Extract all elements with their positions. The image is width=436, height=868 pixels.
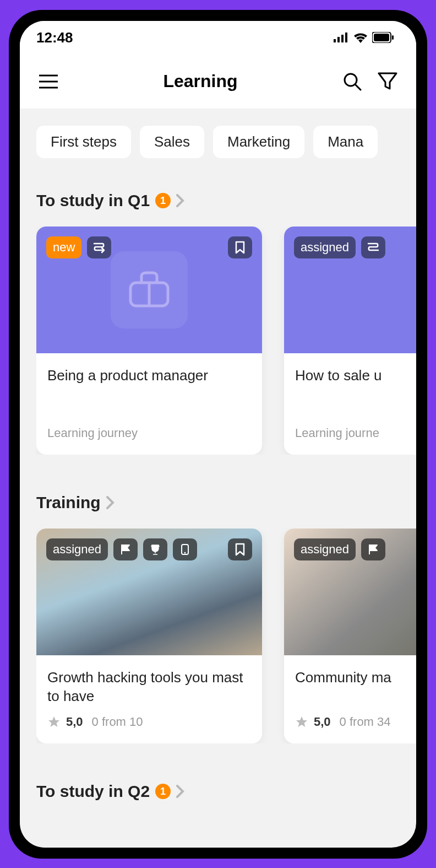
- content-area: First steps Sales Marketing Mana To stud…: [20, 109, 416, 834]
- section-header-q1[interactable]: To study in Q1 1: [36, 191, 416, 210]
- card-body: How to sale u Learning journe: [284, 353, 416, 455]
- card-cover: new: [36, 227, 262, 353]
- page-title: Learning: [61, 71, 340, 91]
- badge-assigned: assigned: [294, 236, 356, 258]
- trophy-badge: [143, 538, 167, 560]
- bookmark-button[interactable]: [228, 236, 252, 258]
- training-card[interactable]: assigned: [36, 529, 262, 743]
- status-time: 12:48: [36, 29, 73, 46]
- card-meta: 5,0 0 from 34: [295, 715, 416, 729]
- chip-management[interactable]: Mana: [313, 126, 378, 158]
- section-title-training: Training: [36, 493, 101, 512]
- battery-icon: [372, 32, 394, 43]
- svg-rect-3: [345, 33, 347, 42]
- svg-rect-1: [337, 37, 340, 42]
- status-icons: [334, 32, 394, 43]
- nav-bar: Learning: [20, 54, 416, 109]
- filter-icon: [378, 72, 397, 91]
- chip-first-steps[interactable]: First steps: [36, 126, 131, 158]
- trophy-icon: [149, 543, 161, 556]
- device-screen: 12:48 Learning: [20, 21, 416, 848]
- svg-point-10: [345, 74, 357, 86]
- card-row-q1[interactable]: new: [36, 227, 416, 455]
- svg-rect-6: [392, 35, 394, 40]
- flag-badge: [113, 538, 138, 560]
- course-card[interactable]: new: [36, 227, 262, 455]
- device-frame: 12:48 Learning: [9, 10, 427, 859]
- bookmark-icon: [235, 543, 245, 556]
- training-card[interactable]: assigned Community ma 5,0 0 from 34: [284, 529, 416, 743]
- card-cover: assigned: [36, 529, 262, 655]
- badge-count-q2: 1: [155, 784, 171, 799]
- section-header-training[interactable]: Training: [36, 493, 416, 512]
- chevron-right-icon: [176, 785, 185, 798]
- svg-line-11: [356, 85, 361, 90]
- path-icon: [92, 241, 106, 254]
- cover-illustration: [111, 251, 188, 328]
- badge-new: new: [46, 236, 81, 258]
- star-icon: [295, 715, 308, 729]
- cellular-icon: [334, 33, 349, 42]
- section-header-q2[interactable]: To study in Q2 1: [36, 782, 416, 801]
- status-bar: 12:48: [20, 21, 416, 54]
- filter-button[interactable]: [375, 69, 400, 94]
- section-title-q2: To study in Q2: [36, 782, 150, 801]
- svg-rect-2: [341, 35, 344, 42]
- badge-assigned: assigned: [46, 538, 108, 560]
- course-card[interactable]: assigned How to sale u Learning journe: [284, 227, 416, 455]
- flag-icon: [120, 543, 131, 556]
- chip-sales[interactable]: Sales: [140, 126, 204, 158]
- card-body: Community ma 5,0 0 from 34: [284, 655, 416, 743]
- card-title: Growth hacking tools you mast to have: [47, 668, 251, 706]
- hamburger-icon: [39, 74, 58, 89]
- card-title: Being a product manager: [47, 366, 251, 404]
- badge-count-q1: 1: [155, 193, 171, 208]
- card-subtitle: Learning journe: [295, 426, 416, 440]
- svg-rect-5: [374, 34, 389, 41]
- category-chips[interactable]: First steps Sales Marketing Mana: [36, 126, 416, 158]
- badge-assigned: assigned: [294, 538, 356, 560]
- rating-value: 5,0: [314, 715, 331, 729]
- mobile-icon: [181, 543, 189, 556]
- bookmark-button[interactable]: [228, 538, 252, 560]
- chevron-right-icon: [106, 496, 115, 509]
- progress-text: 0 from 10: [92, 715, 143, 729]
- card-cover: assigned: [284, 227, 416, 353]
- star-icon: [47, 715, 61, 729]
- rating-value: 5,0: [66, 715, 83, 729]
- journey-icon-badge: [361, 236, 385, 258]
- card-body: Being a product manager Learning journey: [36, 353, 262, 455]
- svg-rect-0: [334, 39, 336, 42]
- journey-icon-badge: [87, 236, 111, 258]
- menu-button[interactable]: [36, 69, 61, 94]
- chevron-right-icon: [176, 194, 185, 207]
- svg-point-15: [184, 552, 186, 554]
- path-icon: [367, 241, 380, 254]
- card-meta: 5,0 0 from 10: [47, 715, 251, 729]
- card-row-training[interactable]: assigned: [36, 529, 416, 743]
- card-subtitle: Learning journey: [47, 426, 251, 440]
- card-cover: assigned: [284, 529, 416, 655]
- card-title: How to sale u: [295, 366, 416, 404]
- search-icon: [342, 72, 362, 91]
- chip-marketing[interactable]: Marketing: [213, 126, 304, 158]
- briefcase-icon: [127, 271, 171, 309]
- flag-badge: [361, 538, 385, 560]
- flag-icon: [368, 543, 379, 556]
- wifi-icon: [353, 32, 368, 43]
- card-title: Community ma: [295, 668, 416, 706]
- section-title-q1: To study in Q1: [36, 191, 150, 210]
- search-button[interactable]: [340, 69, 364, 94]
- bookmark-icon: [235, 241, 245, 254]
- mobile-badge: [173, 538, 197, 560]
- card-body: Growth hacking tools you mast to have 5,…: [36, 655, 262, 743]
- progress-text: 0 from 34: [340, 715, 391, 729]
